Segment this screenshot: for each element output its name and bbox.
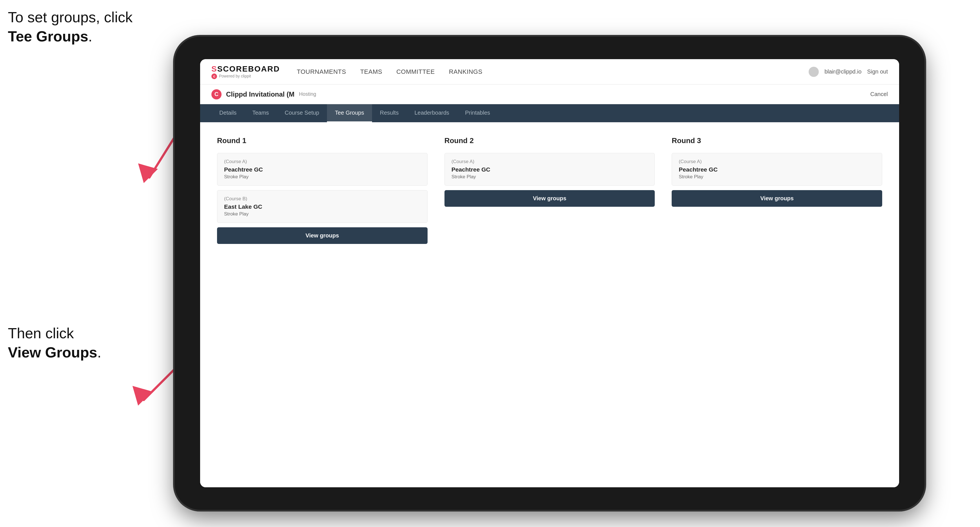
nav-tournaments[interactable]: TOURNAMENTS [297,68,346,76]
round-2-course-a-card: (Course A) Peachtree GC Stroke Play [444,153,655,186]
logo-text: SSCOREBOARD [212,65,280,73]
sub-header: C Clippd Invitational (M Hosting Cancel [200,84,899,104]
round-2-title: Round 2 [444,137,655,145]
logo-label: SCOREBOARD [217,65,280,73]
round-1-course-a-card: (Course A) Peachtree GC Stroke Play [217,153,428,186]
hosting-badge: Hosting [299,91,316,97]
tab-bar: Details Teams Course Setup Tee Groups Re… [200,104,899,122]
round-1-course-a-label: (Course A) [224,159,420,165]
clippit-icon: c [212,73,217,79]
tablet-screen: SSCOREBOARD c Powered by clippit TOURNAM… [200,59,899,487]
round-1-title: Round 1 [217,137,428,145]
round-3-view-groups-button[interactable]: View groups [671,190,882,207]
instruction-top-line2: Tee Groups [8,28,88,44]
instruction-bottom-line2: View Groups [8,344,97,360]
instruction-bottom-line1: Then click [8,325,74,341]
round-2-course-a-name: Peachtree GC [452,166,648,173]
round-3-course-a-type: Stroke Play [679,174,875,180]
main-content: Round 1 (Course A) Peachtree GC Stroke P… [200,122,899,487]
round-2-column: Round 2 (Course A) Peachtree GC Stroke P… [444,137,655,244]
tab-printables[interactable]: Printables [457,104,498,122]
tab-leaderboards[interactable]: Leaderboards [406,104,457,122]
round-3-course-a-label: (Course A) [679,159,875,165]
logo-area: SSCOREBOARD c Powered by clippit [212,65,280,79]
top-nav: SSCOREBOARD c Powered by clippit TOURNAM… [200,59,899,84]
cancel-button[interactable]: Cancel [870,91,888,97]
nav-links: TOURNAMENTS TEAMS COMMITTEE RANKINGS [297,68,809,76]
round-3-column: Round 3 (Course A) Peachtree GC Stroke P… [671,137,882,244]
round-1-view-groups-button[interactable]: View groups [217,227,428,244]
tournament-title: Clippd Invitational (M [226,90,294,98]
round-2-course-a-label: (Course A) [452,159,648,165]
user-email: blair@clippd.io [824,68,861,75]
svg-marker-3 [132,386,152,406]
round-3-title: Round 3 [671,137,882,145]
rounds-container: Round 1 (Course A) Peachtree GC Stroke P… [217,137,882,244]
round-3-course-a-name: Peachtree GC [679,166,875,173]
round-1-course-b-card: (Course B) East Lake GC Stroke Play [217,190,428,223]
round-2-course-a-type: Stroke Play [452,174,648,180]
instruction-top: To set groups, click Tee Groups. [8,8,132,46]
round-1-course-b-type: Stroke Play [224,211,420,217]
tab-results[interactable]: Results [372,104,407,122]
tablet-frame: SSCOREBOARD c Powered by clippit TOURNAM… [175,37,924,510]
tab-course-setup[interactable]: Course Setup [277,104,327,122]
round-1-course-b-label: (Course B) [224,196,420,202]
round-3-course-a-card: (Course A) Peachtree GC Stroke Play [671,153,882,186]
avatar [809,67,819,77]
round-1-course-a-name: Peachtree GC [224,166,420,173]
round-1-course-b-name: East Lake GC [224,203,420,210]
instruction-top-period: . [88,28,92,44]
nav-committee[interactable]: COMMITTEE [396,68,435,76]
svg-marker-1 [138,163,158,183]
nav-teams[interactable]: TEAMS [360,68,382,76]
sub-header-left: C Clippd Invitational (M Hosting [212,89,316,99]
instruction-top-line1: To set groups, click [8,9,132,25]
clippd-c-icon: C [212,89,221,99]
tab-tee-groups[interactable]: Tee Groups [327,104,372,122]
nav-right: blair@clippd.io Sign out [809,67,888,77]
tab-details[interactable]: Details [212,104,244,122]
tab-teams[interactable]: Teams [244,104,277,122]
round-2-view-groups-button[interactable]: View groups [444,190,655,207]
instruction-bottom-period: . [97,344,101,360]
round-1-course-a-type: Stroke Play [224,174,420,180]
instruction-bottom: Then click View Groups. [8,324,101,362]
nav-rankings[interactable]: RANKINGS [449,68,482,76]
sign-out-link[interactable]: Sign out [867,68,888,75]
logo-sub: c Powered by clippit [212,73,280,79]
round-1-column: Round 1 (Course A) Peachtree GC Stroke P… [217,137,428,244]
